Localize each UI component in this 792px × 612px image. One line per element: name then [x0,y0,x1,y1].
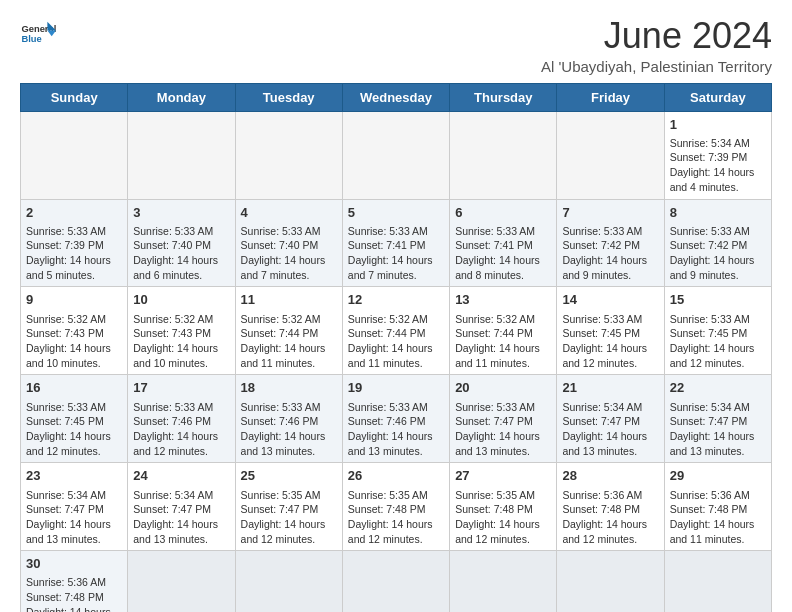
calendar-day-cell: 6Sunrise: 5:33 AM Sunset: 7:41 PM Daylig… [450,199,557,287]
calendar-week-row: 9Sunrise: 5:32 AM Sunset: 7:43 PM Daylig… [21,287,772,375]
day-info: Sunrise: 5:33 AM Sunset: 7:40 PM Dayligh… [241,224,337,283]
day-info: Sunrise: 5:33 AM Sunset: 7:39 PM Dayligh… [26,224,122,283]
day-number: 9 [26,291,122,309]
day-number: 11 [241,291,337,309]
calendar-day-cell: 11Sunrise: 5:32 AM Sunset: 7:44 PM Dayli… [235,287,342,375]
page-header: General Blue June 2024 Al 'Ubaydiyah, Pa… [20,16,772,75]
day-number: 22 [670,379,766,397]
calendar-week-row: 16Sunrise: 5:33 AM Sunset: 7:45 PM Dayli… [21,375,772,463]
day-number: 4 [241,204,337,222]
day-info: Sunrise: 5:33 AM Sunset: 7:41 PM Dayligh… [348,224,444,283]
calendar-day-cell [235,111,342,199]
day-number: 6 [455,204,551,222]
calendar-day-cell: 25Sunrise: 5:35 AM Sunset: 7:47 PM Dayli… [235,463,342,551]
calendar-day-cell: 27Sunrise: 5:35 AM Sunset: 7:48 PM Dayli… [450,463,557,551]
day-number: 27 [455,467,551,485]
calendar-header-sunday: Sunday [21,83,128,111]
calendar-day-cell: 26Sunrise: 5:35 AM Sunset: 7:48 PM Dayli… [342,463,449,551]
day-info: Sunrise: 5:36 AM Sunset: 7:48 PM Dayligh… [562,488,658,547]
calendar-day-cell: 29Sunrise: 5:36 AM Sunset: 7:48 PM Dayli… [664,463,771,551]
calendar-day-cell [128,551,235,612]
calendar-day-cell: 2Sunrise: 5:33 AM Sunset: 7:39 PM Daylig… [21,199,128,287]
calendar-header-monday: Monday [128,83,235,111]
day-info: Sunrise: 5:36 AM Sunset: 7:48 PM Dayligh… [670,488,766,547]
day-number: 16 [26,379,122,397]
day-number: 1 [670,116,766,134]
calendar-week-row: 1Sunrise: 5:34 AM Sunset: 7:39 PM Daylig… [21,111,772,199]
day-info: Sunrise: 5:33 AM Sunset: 7:42 PM Dayligh… [670,224,766,283]
calendar-day-cell: 1Sunrise: 5:34 AM Sunset: 7:39 PM Daylig… [664,111,771,199]
day-number: 17 [133,379,229,397]
day-info: Sunrise: 5:35 AM Sunset: 7:47 PM Dayligh… [241,488,337,547]
day-info: Sunrise: 5:33 AM Sunset: 7:42 PM Dayligh… [562,224,658,283]
day-number: 28 [562,467,658,485]
calendar-day-cell [21,111,128,199]
calendar-header-thursday: Thursday [450,83,557,111]
logo: General Blue [20,16,56,52]
calendar-day-cell [342,551,449,612]
day-info: Sunrise: 5:32 AM Sunset: 7:44 PM Dayligh… [241,312,337,371]
calendar-day-cell: 22Sunrise: 5:34 AM Sunset: 7:47 PM Dayli… [664,375,771,463]
day-number: 14 [562,291,658,309]
calendar-day-cell: 13Sunrise: 5:32 AM Sunset: 7:44 PM Dayli… [450,287,557,375]
day-info: Sunrise: 5:36 AM Sunset: 7:48 PM Dayligh… [26,575,122,612]
day-info: Sunrise: 5:33 AM Sunset: 7:41 PM Dayligh… [455,224,551,283]
calendar-day-cell: 14Sunrise: 5:33 AM Sunset: 7:45 PM Dayli… [557,287,664,375]
calendar-day-cell: 15Sunrise: 5:33 AM Sunset: 7:45 PM Dayli… [664,287,771,375]
day-number: 15 [670,291,766,309]
calendar-day-cell: 5Sunrise: 5:33 AM Sunset: 7:41 PM Daylig… [342,199,449,287]
day-info: Sunrise: 5:34 AM Sunset: 7:47 PM Dayligh… [670,400,766,459]
calendar-day-cell: 21Sunrise: 5:34 AM Sunset: 7:47 PM Dayli… [557,375,664,463]
calendar-day-cell [235,551,342,612]
day-number: 20 [455,379,551,397]
day-number: 23 [26,467,122,485]
day-info: Sunrise: 5:33 AM Sunset: 7:45 PM Dayligh… [26,400,122,459]
calendar-day-cell: 20Sunrise: 5:33 AM Sunset: 7:47 PM Dayli… [450,375,557,463]
day-info: Sunrise: 5:34 AM Sunset: 7:47 PM Dayligh… [562,400,658,459]
calendar-day-cell: 18Sunrise: 5:33 AM Sunset: 7:46 PM Dayli… [235,375,342,463]
day-info: Sunrise: 5:33 AM Sunset: 7:40 PM Dayligh… [133,224,229,283]
day-number: 25 [241,467,337,485]
day-number: 26 [348,467,444,485]
calendar-day-cell: 17Sunrise: 5:33 AM Sunset: 7:46 PM Dayli… [128,375,235,463]
day-info: Sunrise: 5:33 AM Sunset: 7:46 PM Dayligh… [133,400,229,459]
day-number: 8 [670,204,766,222]
day-number: 2 [26,204,122,222]
calendar-day-cell: 9Sunrise: 5:32 AM Sunset: 7:43 PM Daylig… [21,287,128,375]
calendar-header-friday: Friday [557,83,664,111]
day-info: Sunrise: 5:32 AM Sunset: 7:44 PM Dayligh… [455,312,551,371]
day-info: Sunrise: 5:34 AM Sunset: 7:47 PM Dayligh… [26,488,122,547]
day-number: 12 [348,291,444,309]
calendar-day-cell: 19Sunrise: 5:33 AM Sunset: 7:46 PM Dayli… [342,375,449,463]
calendar-day-cell: 30Sunrise: 5:36 AM Sunset: 7:48 PM Dayli… [21,551,128,612]
day-info: Sunrise: 5:33 AM Sunset: 7:45 PM Dayligh… [562,312,658,371]
logo-icon: General Blue [20,16,56,52]
day-number: 13 [455,291,551,309]
day-info: Sunrise: 5:33 AM Sunset: 7:47 PM Dayligh… [455,400,551,459]
day-number: 21 [562,379,658,397]
calendar-day-cell: 8Sunrise: 5:33 AM Sunset: 7:42 PM Daylig… [664,199,771,287]
calendar-day-cell: 12Sunrise: 5:32 AM Sunset: 7:44 PM Dayli… [342,287,449,375]
calendar-header-saturday: Saturday [664,83,771,111]
calendar-day-cell [450,111,557,199]
day-info: Sunrise: 5:35 AM Sunset: 7:48 PM Dayligh… [348,488,444,547]
calendar-day-cell: 3Sunrise: 5:33 AM Sunset: 7:40 PM Daylig… [128,199,235,287]
day-number: 3 [133,204,229,222]
calendar-day-cell: 7Sunrise: 5:33 AM Sunset: 7:42 PM Daylig… [557,199,664,287]
day-number: 18 [241,379,337,397]
day-number: 19 [348,379,444,397]
calendar-day-cell: 28Sunrise: 5:36 AM Sunset: 7:48 PM Dayli… [557,463,664,551]
calendar-header-wednesday: Wednesday [342,83,449,111]
calendar-day-cell [128,111,235,199]
day-number: 30 [26,555,122,573]
calendar-day-cell: 10Sunrise: 5:32 AM Sunset: 7:43 PM Dayli… [128,287,235,375]
calendar-week-row: 30Sunrise: 5:36 AM Sunset: 7:48 PM Dayli… [21,551,772,612]
title-block: June 2024 Al 'Ubaydiyah, Palestinian Ter… [541,16,772,75]
calendar-week-row: 2Sunrise: 5:33 AM Sunset: 7:39 PM Daylig… [21,199,772,287]
calendar-day-cell [557,551,664,612]
day-info: Sunrise: 5:32 AM Sunset: 7:44 PM Dayligh… [348,312,444,371]
calendar-week-row: 23Sunrise: 5:34 AM Sunset: 7:47 PM Dayli… [21,463,772,551]
calendar-day-cell [664,551,771,612]
month-year-title: June 2024 [541,16,772,56]
calendar-day-cell: 24Sunrise: 5:34 AM Sunset: 7:47 PM Dayli… [128,463,235,551]
